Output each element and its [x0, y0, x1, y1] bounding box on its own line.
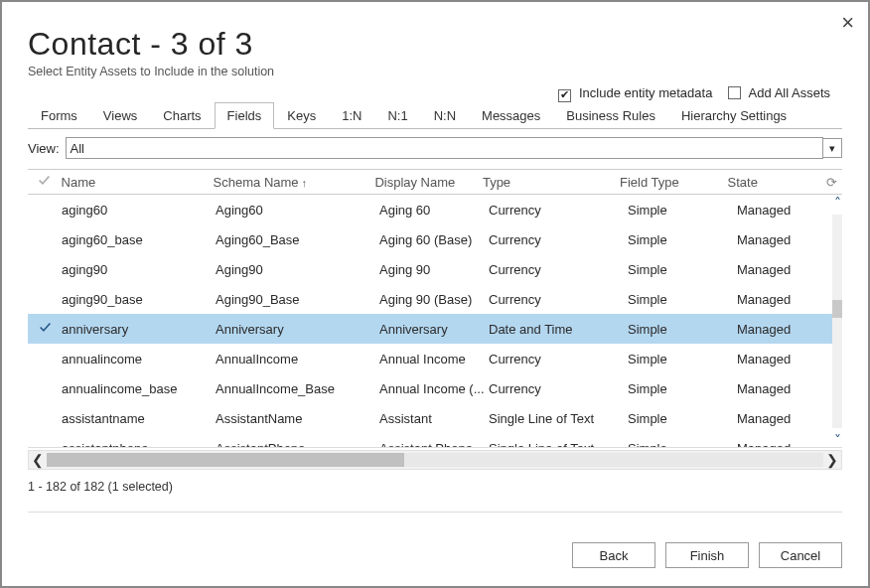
view-label: View:	[28, 141, 60, 156]
tab-messages[interactable]: Messages	[469, 102, 553, 128]
cell-name: aging90	[62, 262, 216, 277]
cell-ftype: Simple	[628, 411, 737, 426]
table-row[interactable]: annualincome_baseAnnualIncome_BaseAnnual…	[28, 373, 842, 403]
hscroll-track[interactable]	[47, 453, 823, 467]
scroll-right-icon[interactable]: ❯	[823, 452, 841, 468]
cell-type: Currency	[489, 381, 628, 396]
cell-display: Anniversary	[379, 322, 489, 337]
sort-asc-icon: ↑	[302, 177, 308, 189]
cell-schema: AnnualIncome	[216, 352, 379, 367]
cell-ftype: Simple	[628, 352, 737, 367]
tabs: FormsViewsChartsFieldsKeys1:NN:1N:NMessa…	[28, 102, 842, 129]
cell-display: Assistant Phone	[379, 441, 489, 449]
tab-charts[interactable]: Charts	[150, 102, 214, 128]
cell-state: Managed	[737, 411, 831, 426]
table-row[interactable]: aging90_baseAging90_BaseAging 90 (Base)C…	[28, 284, 842, 314]
header-type[interactable]: Type	[483, 175, 620, 190]
cell-type: Single Line of Text	[489, 411, 628, 426]
cell-schema: Aging90_Base	[216, 292, 379, 307]
cell-state: Managed	[737, 262, 831, 277]
cell-state: Managed	[737, 322, 831, 337]
cell-name: anniversary	[62, 322, 216, 337]
tab-hierarchy-settings[interactable]: Hierarchy Settings	[668, 102, 799, 128]
tab-fields[interactable]: Fields	[215, 102, 275, 129]
cell-type: Currency	[489, 203, 628, 218]
page-title: Contact - 3 of 3	[28, 26, 842, 63]
grid-body[interactable]: aging60Aging60Aging 60CurrencySimpleMana…	[28, 195, 842, 448]
cell-display: Annual Income	[379, 352, 489, 367]
horizontal-scrollbar[interactable]: ❮ ❯	[28, 450, 842, 470]
cell-schema: AnnualIncome_Base	[216, 381, 379, 396]
table-row[interactable]: assistantphoneAssistantPhoneAssistant Ph…	[28, 433, 842, 448]
tab-forms[interactable]: Forms	[28, 102, 90, 128]
table-row[interactable]: aging60Aging60Aging 60CurrencySimpleMana…	[28, 195, 842, 224]
cell-type: Currency	[489, 232, 628, 247]
tab-keys[interactable]: Keys	[274, 102, 329, 128]
row-check[interactable]	[28, 321, 62, 337]
cancel-button[interactable]: Cancel	[759, 542, 842, 568]
cell-type: Currency	[489, 262, 628, 277]
table-row[interactable]: anniversaryAnniversaryAnniversaryDate an…	[28, 314, 842, 344]
table-row[interactable]: annualincomeAnnualIncomeAnnual IncomeCur…	[28, 344, 842, 373]
header-name[interactable]: Name	[62, 175, 214, 190]
add-all-assets-checkbox[interactable]	[728, 86, 741, 99]
cell-name: aging90_base	[62, 292, 216, 307]
cell-display: Assistant	[379, 411, 489, 426]
chevron-down-icon: ▾	[829, 142, 835, 155]
scroll-track[interactable]	[832, 215, 842, 428]
cell-schema: AssistantName	[216, 411, 379, 426]
cell-display: Annual Income (...	[379, 381, 489, 396]
check-icon	[38, 174, 51, 187]
back-button[interactable]: Back	[572, 542, 655, 568]
view-value: All	[71, 141, 84, 156]
table-row[interactable]: aging90Aging90Aging 90CurrencySimpleMana…	[28, 254, 842, 284]
cell-name: aging60_base	[62, 232, 216, 247]
tab-1-n[interactable]: 1:N	[329, 102, 374, 128]
include-metadata-label: Include entity metadata	[579, 85, 712, 100]
tab-n-1[interactable]: N:1	[374, 102, 420, 128]
cell-name: annualincome	[62, 352, 216, 367]
cell-name: annualincome_base	[62, 381, 216, 396]
header-state[interactable]: State	[728, 175, 821, 190]
hscroll-thumb[interactable]	[47, 453, 404, 467]
cell-state: Managed	[737, 381, 831, 396]
page-subtitle: Select Entity Assets to Include in the s…	[28, 65, 842, 78]
cell-type: Currency	[489, 352, 628, 367]
cell-name: assistantname	[62, 411, 216, 426]
scroll-up-icon[interactable]: ˄	[834, 195, 841, 211]
cell-ftype: Simple	[628, 441, 737, 449]
table-row[interactable]: aging60_baseAging60_BaseAging 60 (Base)C…	[28, 224, 842, 254]
header-select-all[interactable]	[28, 174, 62, 190]
cell-ftype: Simple	[628, 292, 737, 307]
cell-type: Date and Time	[489, 322, 628, 337]
tab-views[interactable]: Views	[90, 102, 150, 128]
cell-schema: Aging60_Base	[216, 232, 379, 247]
scroll-left-icon[interactable]: ❮	[29, 452, 47, 468]
view-select[interactable]: All	[66, 137, 823, 159]
header-display[interactable]: Display Name	[374, 175, 483, 190]
header-schema[interactable]: Schema Name↑	[214, 175, 375, 190]
scroll-thumb[interactable]	[832, 300, 842, 318]
dialog-buttons: Back Finish Cancel	[572, 542, 842, 568]
cell-schema: AssistantPhone	[216, 441, 379, 449]
dialog: × Contact - 3 of 3 Select Entity Assets …	[0, 0, 870, 588]
meta-options: Include entity metadata Add All Assets	[558, 85, 842, 102]
scroll-down-icon[interactable]: ˅	[834, 432, 841, 448]
cell-state: Managed	[737, 352, 831, 367]
close-icon[interactable]: ×	[841, 10, 854, 36]
tab-n-n[interactable]: N:N	[421, 102, 469, 128]
cell-name: aging60	[62, 203, 216, 218]
cell-schema: Aging90	[216, 262, 379, 277]
cell-state: Managed	[737, 232, 831, 247]
finish-button[interactable]: Finish	[665, 542, 749, 568]
table-row[interactable]: assistantnameAssistantNameAssistantSingl…	[28, 403, 842, 433]
view-dropdown-button[interactable]: ▾	[822, 138, 842, 158]
refresh-button[interactable]: ⟳	[820, 175, 842, 190]
tab-business-rules[interactable]: Business Rules	[553, 102, 668, 128]
cell-schema: Anniversary	[216, 322, 379, 337]
include-metadata-checkbox[interactable]	[558, 89, 571, 102]
cell-state: Managed	[737, 203, 831, 218]
cell-schema: Aging60	[216, 203, 379, 218]
header-fieldtype[interactable]: Field Type	[620, 175, 728, 190]
vertical-scrollbar[interactable]: ˄ ˅	[828, 195, 846, 448]
